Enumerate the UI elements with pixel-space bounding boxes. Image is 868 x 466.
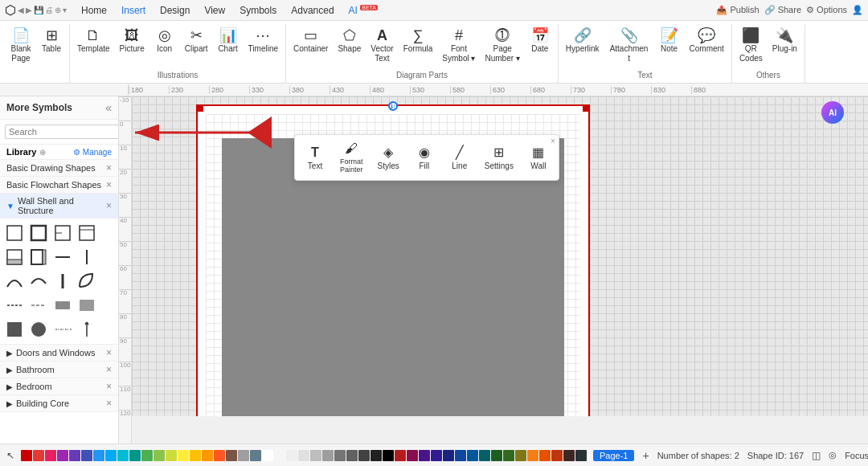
ai-canvas-btn[interactable]: AI xyxy=(821,101,844,124)
ribbon-btn-qr-codes[interactable]: ⬛ QRCodes xyxy=(735,26,767,66)
basic-flowchart-close[interactable]: × xyxy=(106,179,112,190)
color-swatch[interactable] xyxy=(141,450,153,461)
color-swatch[interactable] xyxy=(431,450,442,461)
color-swatch[interactable] xyxy=(117,450,129,461)
ribbon-btn-page-number[interactable]: ⓵ PageNumber ▾ xyxy=(481,26,523,66)
ribbon-btn-chart[interactable]: 📊 Chart xyxy=(214,26,243,56)
ribbon-btn-timeline[interactable]: ⋯ Timeline xyxy=(244,26,282,56)
color-swatch[interactable] xyxy=(93,450,104,461)
share-btn[interactable]: 🔗 Share xyxy=(764,5,801,15)
sidebar-collapse-btn[interactable]: « xyxy=(105,101,112,114)
float-toolbar-close-btn[interactable]: × xyxy=(551,137,555,145)
ribbon-btn-picture[interactable]: 🖼 Picture xyxy=(116,26,149,56)
menu-home[interactable]: Home xyxy=(75,3,113,18)
float-btn-styles[interactable]: ◈ Styles xyxy=(371,141,406,174)
float-btn-wall[interactable]: ▦ Wall xyxy=(522,141,555,174)
wall-shell-close[interactable]: × xyxy=(106,200,112,211)
menu-ai[interactable]: AI BETA xyxy=(342,3,384,18)
section-basic-drawing[interactable]: Basic Drawing Shapes × xyxy=(0,160,118,177)
section-wall-shell[interactable]: ▼ Wall Shell and Structure × xyxy=(0,194,118,219)
ribbon-btn-formula[interactable]: ∑ Formula xyxy=(399,26,437,56)
color-swatch[interactable] xyxy=(57,450,68,461)
ribbon-btn-hyperlink[interactable]: 🔗 Hyperlink xyxy=(562,26,604,56)
page-tab[interactable]: Page-1 xyxy=(593,450,634,461)
menu-insert[interactable]: Insert xyxy=(115,3,152,18)
dropdown-btn[interactable]: ▾ xyxy=(63,6,67,14)
color-swatch[interactable] xyxy=(503,450,514,461)
color-swatch[interactable] xyxy=(455,450,466,461)
menu-symbols[interactable]: Symbols xyxy=(233,3,283,18)
shape-item[interactable] xyxy=(76,318,98,341)
ribbon-btn-clipart[interactable]: ✂ Clipart xyxy=(181,26,212,56)
basic-drawing-close[interactable]: × xyxy=(106,162,112,174)
color-swatch[interactable] xyxy=(419,450,430,461)
color-swatch[interactable] xyxy=(33,450,44,461)
color-swatch[interactable] xyxy=(262,450,273,461)
color-swatch[interactable] xyxy=(358,450,370,461)
page-box[interactable]: ℹ × T Text 🖌 FormatPainter xyxy=(196,104,590,416)
color-swatch[interactable] xyxy=(334,450,346,461)
color-swatch[interactable] xyxy=(274,450,285,461)
forward-btn[interactable]: ▶ xyxy=(26,6,32,14)
shape-item[interactable] xyxy=(51,294,74,317)
float-btn-fill[interactable]: ◉ Fill xyxy=(407,141,441,174)
shape-item[interactable] xyxy=(3,318,26,341)
color-swatch[interactable] xyxy=(166,450,177,461)
color-swatch[interactable] xyxy=(467,450,478,461)
options-btn[interactable]: ⚙ Options xyxy=(806,5,847,15)
more-btn[interactable]: ⊕ xyxy=(55,6,61,14)
canvas-area[interactable]: ℹ × T Text 🖌 FormatPainter xyxy=(132,96,868,416)
ribbon-btn-font-symbol[interactable]: # FontSymbol ▾ xyxy=(438,26,479,66)
ribbon-btn-plug-in[interactable]: 🔌 Plug-in xyxy=(768,26,801,56)
color-swatch[interactable] xyxy=(395,450,406,461)
float-btn-text[interactable]: T Text xyxy=(298,142,332,174)
shape-item[interactable] xyxy=(27,222,50,244)
shape-item[interactable] xyxy=(51,222,74,244)
color-swatch[interactable] xyxy=(371,450,382,461)
section-bathroom[interactable]: ▶ Bathroom × xyxy=(0,362,118,378)
shape-item[interactable] xyxy=(27,294,50,317)
bedroom-close[interactable]: × xyxy=(106,381,112,392)
float-btn-format-painter[interactable]: 🖌 FormatPainter xyxy=(334,138,370,177)
doors-windows-close[interactable]: × xyxy=(106,347,112,358)
color-swatch[interactable] xyxy=(551,450,563,461)
shape-item[interactable] xyxy=(76,270,98,292)
shape-item[interactable] xyxy=(3,222,26,244)
color-swatch[interactable] xyxy=(129,450,141,461)
float-btn-settings[interactable]: ⊞ Settings xyxy=(478,141,520,174)
color-swatch[interactable] xyxy=(21,450,32,461)
ribbon-btn-blank-page[interactable]: 📄 BlankPage xyxy=(6,26,35,66)
color-swatch[interactable] xyxy=(69,450,80,461)
shape-item[interactable] xyxy=(51,270,74,292)
save-btn[interactable]: 💾 xyxy=(34,6,43,14)
color-swatch[interactable] xyxy=(178,450,189,461)
shape-item[interactable] xyxy=(76,246,98,268)
color-swatch[interactable] xyxy=(214,450,225,461)
color-swatch[interactable] xyxy=(563,450,575,461)
ribbon-btn-icon[interactable]: ◎ Icon xyxy=(150,26,179,56)
color-swatch[interactable] xyxy=(407,450,418,461)
color-swatch[interactable] xyxy=(190,450,201,461)
ribbon-btn-shape[interactable]: ⬠ Shape xyxy=(334,26,365,56)
publish-btn[interactable]: 📤 Publish xyxy=(716,5,759,15)
building-core-close[interactable]: × xyxy=(106,398,112,409)
page-handle-top[interactable]: ℹ xyxy=(388,101,398,111)
section-bedroom[interactable]: ▶ Bedroom × xyxy=(0,378,118,395)
ribbon-btn-vector-text[interactable]: A VectorText xyxy=(366,26,397,66)
shape-item[interactable] xyxy=(76,222,98,244)
ribbon-btn-comment[interactable]: 💬 Comment xyxy=(686,26,728,56)
pointer-tool[interactable]: ↖ xyxy=(6,450,14,461)
menu-advanced[interactable]: Advanced xyxy=(285,3,340,18)
color-swatch[interactable] xyxy=(346,450,358,461)
search-input[interactable] xyxy=(5,125,119,139)
menu-design[interactable]: Design xyxy=(154,3,196,18)
shape-item[interactable] xyxy=(3,246,26,268)
color-swatch[interactable] xyxy=(286,450,297,461)
menu-view[interactable]: View xyxy=(198,3,231,18)
color-swatch[interactable] xyxy=(154,450,165,461)
ribbon-btn-template[interactable]: 🗋 Template xyxy=(73,26,114,56)
color-swatch[interactable] xyxy=(238,450,249,461)
color-swatch[interactable] xyxy=(310,450,321,461)
shape-item[interactable] xyxy=(51,318,74,341)
shape-item[interactable] xyxy=(27,270,50,292)
